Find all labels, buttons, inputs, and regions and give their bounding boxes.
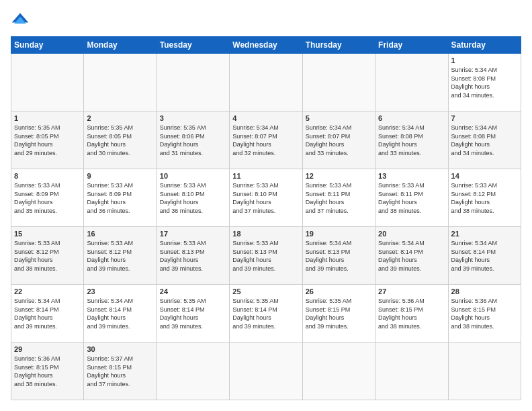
calendar-cell: 13 Sunrise: 5:33 AM Sunset: 8:11 PM Dayl… (375, 169, 448, 227)
day-info: Sunrise: 5:33 AM Sunset: 8:12 PM Dayligh… (87, 239, 153, 273)
calendar-cell (448, 342, 521, 400)
calendar-cell: 24 Sunrise: 5:35 AM Sunset: 8:14 PM Dayl… (157, 285, 229, 342)
calendar-cell (157, 54, 229, 111)
day-header-tuesday: Tuesday (157, 37, 229, 54)
day-info: Sunrise: 5:35 AM Sunset: 8:14 PM Dayligh… (232, 297, 299, 330)
day-info: Sunrise: 5:34 AM Sunset: 8:08 PM Dayligh… (451, 66, 518, 99)
day-header-saturday: Saturday (448, 37, 521, 54)
day-info: Sunrise: 5:34 AM Sunset: 8:08 PM Dayligh… (378, 124, 445, 157)
day-info: Sunrise: 5:37 AM Sunset: 8:15 PM Dayligh… (87, 355, 153, 388)
day-number: 27 (378, 287, 445, 295)
day-number: 30 (87, 345, 153, 353)
calendar-cell: 17 Sunrise: 5:33 AM Sunset: 8:13 PM Dayl… (157, 227, 229, 285)
day-info: Sunrise: 5:35 AM Sunset: 8:05 PM Dayligh… (14, 124, 81, 157)
day-number: 23 (87, 287, 153, 295)
calendar-cell (302, 54, 375, 111)
calendar-cell (302, 342, 375, 400)
day-header-monday: Monday (84, 37, 157, 54)
day-info: Sunrise: 5:34 AM Sunset: 8:14 PM Dayligh… (14, 297, 81, 330)
calendar-cell: 26 Sunrise: 5:35 AM Sunset: 8:15 PM Dayl… (302, 285, 375, 342)
day-number: 8 (14, 172, 81, 180)
calendar-cell: 23 Sunrise: 5:34 AM Sunset: 8:14 PM Dayl… (84, 285, 157, 342)
week-row-4: 15 Sunrise: 5:33 AM Sunset: 8:12 PM Dayl… (11, 227, 521, 285)
day-info: Sunrise: 5:34 AM Sunset: 8:07 PM Dayligh… (232, 124, 299, 157)
day-number: 24 (160, 287, 226, 295)
day-number: 22 (14, 287, 81, 295)
day-info: Sunrise: 5:33 AM Sunset: 8:10 PM Dayligh… (160, 181, 226, 215)
calendar-cell (375, 342, 448, 400)
day-number: 17 (160, 230, 226, 238)
day-number: 9 (87, 172, 153, 180)
calendar-cell: 14 Sunrise: 5:33 AM Sunset: 8:12 PM Dayl… (448, 169, 521, 227)
week-row-6: 29 Sunrise: 5:36 AM Sunset: 8:15 PM Dayl… (11, 342, 521, 400)
calendar-cell: 8 Sunrise: 5:33 AM Sunset: 8:09 PM Dayli… (11, 169, 84, 227)
day-number: 26 (306, 287, 372, 295)
day-info: Sunrise: 5:35 AM Sunset: 8:14 PM Dayligh… (160, 297, 226, 330)
day-number: 15 (14, 230, 81, 238)
logo-icon (11, 11, 30, 30)
calendar-cell: 19 Sunrise: 5:34 AM Sunset: 8:13 PM Dayl… (302, 227, 375, 285)
day-number: 16 (87, 230, 153, 238)
day-header-wednesday: Wednesday (230, 37, 302, 54)
day-number: 2 (87, 114, 153, 122)
day-number: 7 (451, 114, 518, 122)
day-info: Sunrise: 5:35 AM Sunset: 8:06 PM Dayligh… (160, 124, 226, 157)
calendar-cell: 5 Sunrise: 5:34 AM Sunset: 8:07 PM Dayli… (302, 111, 375, 169)
day-info: Sunrise: 5:33 AM Sunset: 8:09 PM Dayligh… (87, 181, 153, 215)
calendar-cell: 29 Sunrise: 5:36 AM Sunset: 8:15 PM Dayl… (11, 342, 84, 400)
calendar-cell: 25 Sunrise: 5:35 AM Sunset: 8:14 PM Dayl… (230, 285, 302, 342)
calendar-cell: 28 Sunrise: 5:36 AM Sunset: 8:15 PM Dayl… (448, 285, 521, 342)
day-number: 28 (451, 287, 518, 295)
day-info: Sunrise: 5:34 AM Sunset: 8:13 PM Dayligh… (306, 239, 372, 273)
calendar-cell: 27 Sunrise: 5:36 AM Sunset: 8:15 PM Dayl… (375, 285, 448, 342)
calendar-cell (375, 54, 448, 111)
day-info: Sunrise: 5:35 AM Sunset: 8:15 PM Dayligh… (306, 297, 372, 330)
day-info: Sunrise: 5:33 AM Sunset: 8:12 PM Dayligh… (451, 181, 518, 215)
calendar-cell: 1 Sunrise: 5:35 AM Sunset: 8:05 PM Dayli… (11, 111, 84, 169)
day-header-thursday: Thursday (302, 37, 375, 54)
calendar-cell: 4 Sunrise: 5:34 AM Sunset: 8:07 PM Dayli… (230, 111, 302, 169)
calendar-cell: 9 Sunrise: 5:33 AM Sunset: 8:09 PM Dayli… (84, 169, 157, 227)
day-number: 11 (232, 172, 299, 180)
day-number: 25 (232, 287, 299, 295)
calendar-header-row: SundayMondayTuesdayWednesdayThursdayFrid… (11, 37, 521, 54)
day-number: 18 (232, 230, 299, 238)
day-info: Sunrise: 5:34 AM Sunset: 8:14 PM Dayligh… (378, 239, 445, 273)
calendar-cell: 20 Sunrise: 5:34 AM Sunset: 8:14 PM Dayl… (375, 227, 448, 285)
calendar-cell: 2 Sunrise: 5:35 AM Sunset: 8:05 PM Dayli… (84, 111, 157, 169)
day-info: Sunrise: 5:34 AM Sunset: 8:14 PM Dayligh… (451, 239, 518, 273)
day-info: Sunrise: 5:34 AM Sunset: 8:07 PM Dayligh… (306, 124, 372, 157)
day-header-sunday: Sunday (11, 37, 84, 54)
calendar-cell: 10 Sunrise: 5:33 AM Sunset: 8:10 PM Dayl… (157, 169, 229, 227)
calendar-cell: 3 Sunrise: 5:35 AM Sunset: 8:06 PM Dayli… (157, 111, 229, 169)
calendar-cell (84, 54, 157, 111)
calendar-cell: 11 Sunrise: 5:33 AM Sunset: 8:10 PM Dayl… (230, 169, 302, 227)
calendar-cell (230, 342, 302, 400)
calendar-cell (157, 342, 229, 400)
calendar-cell: 6 Sunrise: 5:34 AM Sunset: 8:08 PM Dayli… (375, 111, 448, 169)
calendar-cell: 15 Sunrise: 5:33 AM Sunset: 8:12 PM Dayl… (11, 227, 84, 285)
calendar-cell (230, 54, 302, 111)
day-number: 20 (378, 230, 445, 238)
calendar-cell: 21 Sunrise: 5:34 AM Sunset: 8:14 PM Dayl… (448, 227, 521, 285)
day-info: Sunrise: 5:33 AM Sunset: 8:11 PM Dayligh… (378, 181, 445, 215)
day-number: 1 (14, 114, 81, 122)
page: SundayMondayTuesdayWednesdayThursdayFrid… (0, 0, 532, 411)
calendar-cell: 16 Sunrise: 5:33 AM Sunset: 8:12 PM Dayl… (84, 227, 157, 285)
day-number: 4 (232, 114, 299, 122)
day-info: Sunrise: 5:33 AM Sunset: 8:10 PM Dayligh… (232, 181, 299, 215)
day-info: Sunrise: 5:33 AM Sunset: 8:09 PM Dayligh… (14, 181, 81, 215)
day-number: 10 (160, 172, 226, 180)
day-info: Sunrise: 5:36 AM Sunset: 8:15 PM Dayligh… (451, 297, 518, 330)
day-number: 14 (451, 172, 518, 180)
day-info: Sunrise: 5:33 AM Sunset: 8:13 PM Dayligh… (160, 239, 226, 273)
calendar-cell (11, 54, 84, 111)
day-info: Sunrise: 5:34 AM Sunset: 8:14 PM Dayligh… (87, 297, 153, 330)
calendar-cell: 7 Sunrise: 5:34 AM Sunset: 8:08 PM Dayli… (448, 111, 521, 169)
calendar-cell: 1 Sunrise: 5:34 AM Sunset: 8:08 PM Dayli… (448, 54, 521, 111)
day-info: Sunrise: 5:36 AM Sunset: 8:15 PM Dayligh… (378, 297, 445, 330)
day-number: 5 (306, 114, 372, 122)
calendar-cell: 12 Sunrise: 5:33 AM Sunset: 8:11 PM Dayl… (302, 169, 375, 227)
day-number: 6 (378, 114, 445, 122)
day-info: Sunrise: 5:33 AM Sunset: 8:13 PM Dayligh… (232, 239, 299, 273)
